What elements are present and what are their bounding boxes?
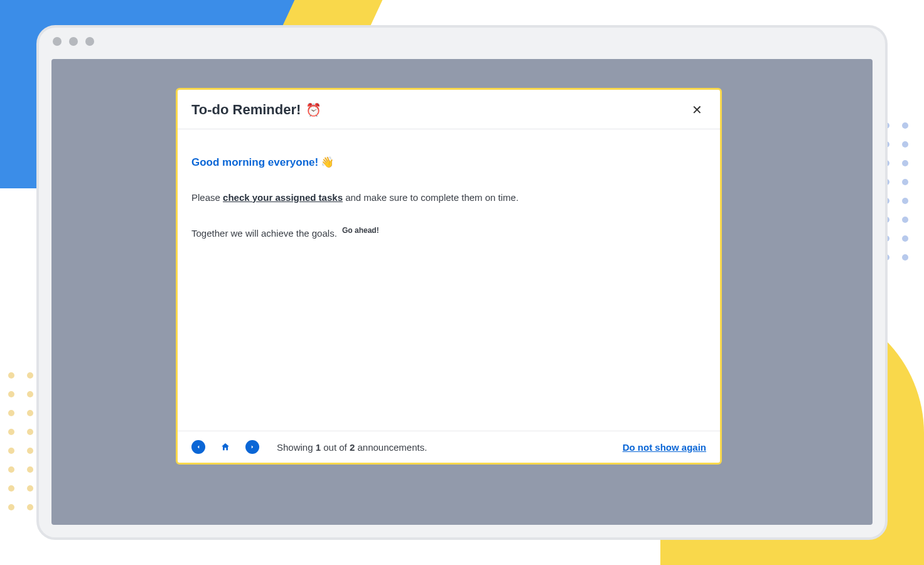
svg-point-73 [8, 466, 14, 473]
svg-point-5 [902, 122, 908, 129]
svg-point-29 [902, 198, 908, 204]
svg-point-58 [8, 410, 14, 416]
svg-point-68 [8, 448, 14, 454]
modal-header: To-do Reminder! ⏰ ✕ [178, 90, 720, 129]
window-dot-icon [85, 37, 94, 46]
home-button[interactable] [217, 441, 234, 453]
assigned-tasks-link[interactable]: check your assigned tasks [223, 192, 343, 203]
browser-window: To-do Reminder! ⏰ ✕ Good morning everyon… [36, 25, 888, 540]
svg-point-59 [27, 410, 33, 416]
svg-point-63 [8, 429, 14, 435]
close-button[interactable]: ✕ [688, 100, 706, 120]
body-line-2: Together we will achieve the goals. Go a… [191, 225, 706, 241]
showing-mid: out of [321, 442, 350, 453]
svg-point-47 [902, 254, 908, 261]
svg-point-83 [8, 504, 14, 510]
body-prefix: Please [191, 192, 223, 203]
window-titlebar [39, 28, 885, 55]
body-suffix: and make sure to complete them on time. [343, 192, 518, 203]
showing-suffix: announcements. [355, 442, 427, 453]
go-ahead-tag: Go ahead! [342, 226, 379, 235]
svg-point-53 [8, 391, 14, 397]
svg-point-64 [27, 429, 33, 435]
svg-point-35 [902, 217, 908, 223]
line2-prefix: Together we will achieve the goals. [191, 228, 340, 239]
svg-point-11 [902, 141, 908, 148]
next-button[interactable] [245, 440, 259, 454]
alarm-clock-icon: ⏰ [306, 102, 321, 117]
modal-title: To-do Reminder! ⏰ [191, 102, 321, 118]
arrow-left-icon [195, 443, 201, 451]
svg-point-23 [902, 179, 908, 185]
modal-content[interactable]: Good morning everyone! 👋 Please check yo… [178, 129, 720, 431]
window-dot-icon [53, 37, 62, 46]
wave-icon: 👋 [321, 154, 334, 171]
showing-text: Showing 1 out of 2 announcements. [277, 442, 427, 453]
bg-yellow-band [283, 0, 383, 25]
modal-title-text: To-do Reminder! [191, 102, 301, 118]
svg-point-74 [27, 466, 33, 473]
svg-point-41 [902, 235, 908, 242]
greeting-text: Good morning everyone! [191, 154, 318, 171]
svg-point-54 [27, 391, 33, 397]
greeting-line: Good morning everyone! 👋 [191, 154, 334, 171]
do-not-show-again-link[interactable]: Do not show again [623, 442, 706, 453]
prev-button[interactable] [191, 440, 205, 454]
footer-left: Showing 1 out of 2 announcements. [191, 440, 427, 454]
announcement-modal: To-do Reminder! ⏰ ✕ Good morning everyon… [176, 88, 722, 465]
svg-point-17 [902, 160, 908, 166]
svg-point-48 [8, 372, 14, 379]
window-dot-icon [69, 37, 78, 46]
home-icon [220, 442, 230, 452]
svg-point-79 [27, 485, 33, 492]
window-body: To-do Reminder! ⏰ ✕ Good morning everyon… [51, 59, 873, 525]
showing-prefix: Showing [277, 442, 316, 453]
showing-current: 1 [316, 442, 321, 453]
arrow-right-icon [249, 443, 255, 451]
svg-point-69 [27, 448, 33, 454]
body-line-1: Please check your assigned tasks and mak… [191, 191, 706, 205]
svg-point-49 [27, 372, 33, 379]
modal-footer: Showing 1 out of 2 announcements. Do not… [178, 431, 720, 463]
svg-point-84 [27, 504, 33, 510]
svg-point-78 [8, 485, 14, 492]
close-icon: ✕ [692, 103, 702, 117]
